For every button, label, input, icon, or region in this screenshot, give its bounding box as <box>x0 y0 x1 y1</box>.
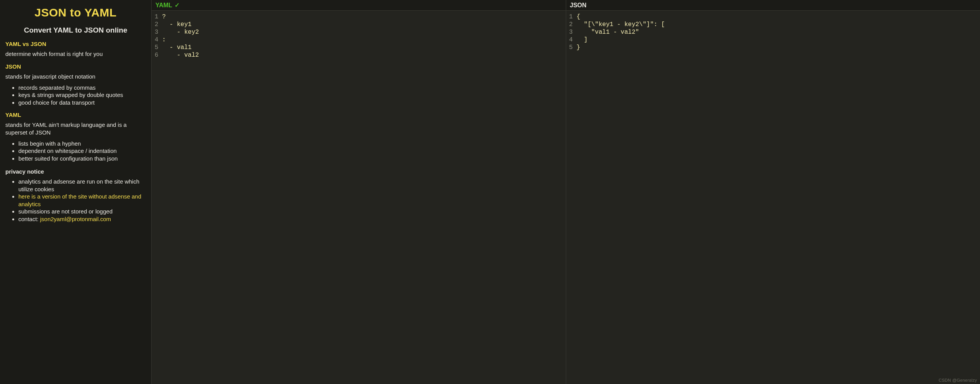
contact-label: contact: <box>18 216 40 222</box>
link-contact-email[interactable]: json2yaml@protonmail.com <box>40 216 111 222</box>
yaml-pane-title: YAML <box>155 2 172 9</box>
list-item: analytics and adsense are run on the sit… <box>18 178 146 193</box>
list-item: submissions are not stored or logged <box>18 208 146 215</box>
list-item: here is a version of the site without ad… <box>18 193 146 208</box>
privacy-bullets: analytics and adsense are run on the sit… <box>5 178 146 223</box>
list-item: lists begin with a hyphen <box>18 140 146 148</box>
list-item: better suited for configuration than jso… <box>18 155 146 162</box>
yaml-pane: YAML ✓ 1 2 3 4 5 6 ? - key1 - key2 : - v… <box>151 0 566 384</box>
list-item: good choice for data transport <box>18 99 146 107</box>
sidebar: JSON to YAML Convert YAML to JSON online… <box>0 0 151 384</box>
json-code[interactable]: { "[\"key1 - key2\"]": [ "val1 - val2" ]… <box>577 11 980 384</box>
desc-yaml: stands for YAML ain't markup language an… <box>5 121 146 137</box>
json-editor[interactable]: 1 2 3 4 5 { "[\"key1 - key2\"]": [ "val1… <box>566 11 980 384</box>
check-icon: ✓ <box>175 2 180 9</box>
yaml-gutter: 1 2 3 4 5 6 <box>152 11 162 384</box>
link-json[interactable]: JSON <box>5 63 146 70</box>
yaml-code[interactable]: ? - key1 - key2 : - val1 - val2 <box>162 11 566 384</box>
yaml-bullets: lists begin with a hyphen dependent on w… <box>5 140 146 162</box>
desc-json: stands for javascript object notation <box>5 73 146 80</box>
json-pane-header: JSON <box>566 0 980 11</box>
list-item: contact: json2yaml@protonmail.com <box>18 215 146 223</box>
desc-vs: determine which format is right for you <box>5 50 146 58</box>
list-item: keys & strings wrapped by double quotes <box>18 91 146 99</box>
yaml-editor[interactable]: 1 2 3 4 5 6 ? - key1 - key2 : - val1 - v… <box>152 11 566 384</box>
page-title: JSON to YAML <box>5 6 146 19</box>
watermark: CSDN @Generalzy <box>939 378 977 382</box>
json-bullets: records separated by commas keys & strin… <box>5 84 146 107</box>
json-gutter: 1 2 3 4 5 <box>566 11 577 384</box>
page-subtitle: Convert YAML to JSON online <box>5 26 146 34</box>
link-no-analytics[interactable]: here is a version of the site without ad… <box>18 193 141 207</box>
yaml-pane-header: YAML ✓ <box>152 0 566 11</box>
list-item: records separated by commas <box>18 84 146 92</box>
privacy-heading: privacy notice <box>5 168 146 175</box>
app-root: JSON to YAML Convert YAML to JSON online… <box>0 0 980 384</box>
json-pane: JSON 1 2 3 4 5 { "[\"key1 - key2\"]": [ … <box>566 0 980 384</box>
link-yaml-vs-json[interactable]: YAML vs JSON <box>5 41 146 47</box>
list-item: dependent on whitespace / indentation <box>18 147 146 155</box>
json-pane-title: JSON <box>570 2 587 9</box>
link-yaml[interactable]: YAML <box>5 112 146 118</box>
